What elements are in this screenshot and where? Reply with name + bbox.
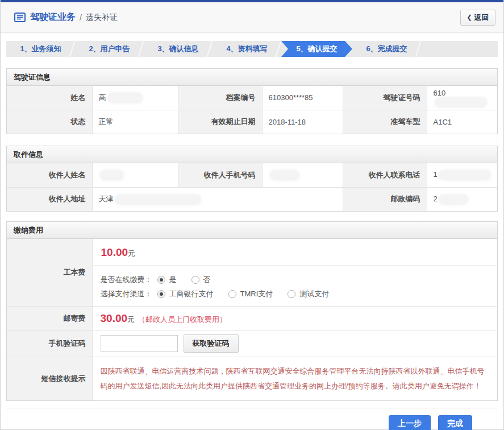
recipient-phone-value: 1	[427, 163, 497, 187]
pickup-info-section: 取件信息 收件人姓名 收件人手机号码 收件人联系电话 1 收件人地址 天津 邮政…	[6, 146, 498, 212]
fees-section-title: 缴纳费用	[7, 222, 497, 239]
footer-actions: 上一步 完成	[6, 408, 498, 430]
vehicle-class-value: A1C1	[427, 110, 497, 134]
step-1-business-notice[interactable]: 1、业务须知	[6, 41, 75, 57]
redaction-blur	[435, 98, 486, 107]
chevron-left-icon: ❮	[466, 14, 472, 21]
recipient-phone-label: 收件人联系电话	[343, 163, 427, 187]
postal-code-label: 邮政编码	[343, 187, 427, 211]
radio-channel-icbc[interactable]: 工商银行支付	[157, 289, 214, 299]
step-5-confirm-submit[interactable]: 5、确认提交	[281, 41, 352, 57]
radio-unselected-icon	[228, 290, 236, 298]
page-title: 驾驶证业务	[30, 11, 76, 23]
postage-fee-note: （邮政人员上门收取费用）	[138, 315, 227, 324]
sms-code-label: 手机验证码	[7, 330, 92, 357]
back-button[interactable]: ❮ 返回	[460, 10, 495, 26]
radio-selected-icon	[157, 290, 165, 298]
recipient-address-label: 收件人地址	[7, 187, 92, 211]
license-info-section: 驾驶证信息 姓名 高 档案编号 610300****85 驾驶证号码 610 状…	[6, 68, 498, 134]
fees-section: 缴纳费用 工本费 10.00元 是否在线缴费： 是 否	[6, 221, 498, 401]
step-nav-filler	[421, 41, 498, 57]
status-label: 状态	[7, 110, 92, 134]
file-no-value: 610300****85	[262, 86, 343, 110]
license-no-value: 610	[427, 86, 497, 110]
redaction-blur	[108, 93, 142, 102]
table-row: 短信接收提示 因陕西省联通、电信运营商技术问题，陕西省互联网交通安全综合服务管理…	[7, 357, 497, 401]
finish-button[interactable]: 完成	[438, 415, 472, 430]
table-row: 收件人姓名 收件人手机号码 收件人联系电话 1	[7, 163, 497, 187]
valid-until-label: 有效期止日期	[178, 110, 262, 134]
postal-code-value: 2	[427, 187, 497, 211]
redaction-blur	[270, 171, 299, 180]
postage-fee-label: 邮寄费	[7, 307, 92, 330]
online-payment-question: 是否在线缴费：	[101, 275, 157, 285]
radio-unselected-icon	[288, 290, 295, 298]
radio-selected-icon	[157, 276, 165, 284]
radio-channel-test[interactable]: 测试支付	[288, 289, 329, 299]
page-header: 驾驶证业务 / 遗失补证 ❮ 返回	[1, 2, 503, 33]
table-row: 手机验证码 获取验证码	[7, 330, 497, 357]
radio-channel-tmri[interactable]: TMRI支付	[228, 289, 273, 299]
fees-table: 工本费 10.00元 是否在线缴费： 是 否 选择支付渠道： 工商银行支付	[7, 239, 497, 400]
payment-channel-question: 选择支付渠道：	[101, 289, 157, 299]
recipient-mobile-value	[262, 163, 343, 187]
name-label: 姓名	[7, 86, 92, 110]
step-4-fill-materials[interactable]: 4、资料填写	[213, 41, 281, 57]
recipient-address-value: 天津	[92, 187, 343, 211]
radio-online-no[interactable]: 否	[191, 275, 211, 285]
payment-options-block: 是否在线缴费： 是 否 选择支付渠道： 工商银行支付 TMRI支付 测试支付	[93, 266, 498, 306]
redaction-blur	[439, 171, 490, 180]
step-2-user-declaration[interactable]: 2、用户申告	[75, 41, 144, 57]
table-row: 工本费 10.00元 是否在线缴费： 是 否 选择支付渠道： 工商银行支付	[7, 239, 497, 307]
sms-notice-text: 因陕西省联通、电信运营商技术问题，陕西省互联网交通安全综合服务管理平台无法向持陕…	[93, 357, 498, 400]
recipient-name-value	[92, 163, 178, 187]
production-fee-amount-line: 10.00元	[93, 239, 497, 266]
back-button-label: 返回	[474, 13, 489, 23]
redaction-blur	[115, 195, 201, 204]
step-3-confirm-info[interactable]: 3、确认信息	[144, 41, 213, 57]
production-fee-content: 10.00元 是否在线缴费： 是 否 选择支付渠道： 工商银行支付 TMRI支付	[92, 239, 497, 307]
postage-fee-amount: 30.00	[101, 312, 128, 324]
name-value: 高	[92, 86, 178, 110]
previous-step-button[interactable]: 上一步	[389, 415, 431, 430]
production-fee-unit: 元	[128, 249, 135, 258]
status-value: 正常	[92, 110, 178, 134]
table-row: 收件人地址 天津 邮政编码 2	[7, 187, 497, 211]
recipient-mobile-label: 收件人手机号码	[178, 163, 262, 187]
redaction-blur	[101, 171, 123, 180]
production-fee-amount: 10.00	[101, 246, 128, 258]
table-row: 姓名 高 档案编号 610300****85 驾驶证号码 610	[7, 86, 497, 110]
recipient-name-label: 收件人姓名	[7, 163, 92, 187]
online-payment-question-row: 是否在线缴费： 是 否	[101, 275, 490, 285]
valid-until-value: 2018-11-18	[262, 110, 343, 134]
production-fee-label: 工本费	[7, 239, 92, 307]
redaction-blur	[439, 195, 468, 204]
file-no-label: 档案编号	[178, 86, 262, 110]
pickup-section-title: 取件信息	[7, 146, 497, 163]
license-no-label: 驾驶证号码	[343, 86, 427, 110]
radio-unselected-icon	[191, 276, 199, 284]
sms-code-input[interactable]	[101, 335, 178, 352]
postage-fee-unit: 元	[127, 315, 135, 324]
postage-fee-content: 30.00元（邮政人员上门收取费用）	[92, 307, 497, 330]
step-6-complete-submit[interactable]: 6、完成提交	[352, 41, 421, 57]
sms-notice-content: 因陕西省联通、电信运营商技术问题，陕西省互联网交通安全综合服务管理平台无法向持陕…	[92, 357, 497, 401]
breadcrumb-current: 遗失补证	[86, 13, 118, 23]
pickup-info-table: 收件人姓名 收件人手机号码 收件人联系电话 1 收件人地址 天津 邮政编码 2	[7, 163, 497, 211]
radio-online-yes[interactable]: 是	[157, 275, 177, 285]
step-nav: 1、业务须知 2、用户申告 3、确认信息 4、资料填写 5、确认提交 6、完成提…	[6, 41, 498, 57]
breadcrumb-divider: /	[80, 13, 82, 22]
list-icon	[14, 13, 26, 22]
vehicle-class-label: 准驾车型	[343, 110, 427, 134]
table-row: 邮寄费 30.00元（邮政人员上门收取费用）	[7, 307, 497, 330]
payment-channel-question-row: 选择支付渠道： 工商银行支付 TMRI支付 测试支付	[101, 289, 490, 299]
license-info-table: 姓名 高 档案编号 610300****85 驾驶证号码 610 状态 正常 有…	[7, 86, 497, 134]
page: 驾驶证业务 / 遗失补证 ❮ 返回 1、业务须知 2、用户申告 3、确认信息 4…	[0, 0, 504, 430]
sms-code-content: 获取验证码	[92, 330, 497, 357]
sms-notice-label: 短信接收提示	[7, 357, 92, 401]
license-section-title: 驾驶证信息	[7, 69, 497, 86]
get-sms-code-button[interactable]: 获取验证码	[184, 334, 239, 353]
table-row: 状态 正常 有效期止日期 2018-11-18 准驾车型 A1C1	[7, 110, 497, 134]
